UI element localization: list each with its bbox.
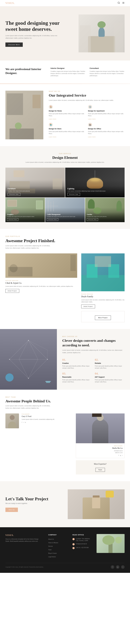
why-feature2-num: 02.	[95, 358, 124, 362]
team-label: MEET TEAM	[6, 396, 124, 398]
svg-line-10	[28, 359, 38, 378]
garden-discover-btn[interactable]: Discover Now	[87, 218, 98, 221]
service-store-link[interactable]: Learn more	[49, 136, 56, 138]
svg-point-19	[28, 378, 29, 379]
footer-twitter-icon[interactable]: t	[121, 565, 124, 569]
lighting-overlay: Lighting Lorem ipsum consectetur adipisc…	[65, 186, 125, 198]
team-right-info: DESIGNER Shella Mo Lu shella@email.id 08…	[76, 443, 124, 458]
cable-discover-btn[interactable]: Discover Now	[47, 218, 58, 221]
team-btn[interactable]: Team	[96, 468, 105, 472]
why-feature2-text: Porto quis pede blandit porttitor effica…	[95, 365, 124, 369]
why-image	[0, 329, 57, 390]
team-right-instagram-icon[interactable]: ig	[120, 454, 121, 456]
services-label: WHAT WE DO	[49, 91, 124, 92]
design-item-graphics[interactable]: Graphics Curabitur felis risque lorem ju…	[6, 198, 45, 222]
footer-link-service[interactable]: Service	[48, 545, 67, 547]
team-member1-info: FOUNDER Gary U Ford Lorem ipsum dolor si…	[22, 414, 54, 423]
hero-section: The good designing your sweet home deser…	[0, 6, 130, 60]
service-apartment-text: Porto quis pede blandit porttitor effica…	[88, 113, 124, 117]
service-home-title: Design for Home	[49, 110, 85, 112]
service-store-icon: 🏪	[49, 123, 53, 127]
design-section-header: OUR SERVICE Design Element Lorem ipsum d…	[6, 153, 124, 164]
team-right-image	[76, 414, 124, 443]
design-item-furniture[interactable]: Furniture Curabitur felis risque lorem j…	[6, 168, 65, 198]
service-home-icon: 🏠	[49, 105, 53, 109]
search-icon[interactable]	[118, 2, 120, 4]
why-description: Lorem ipsum dolor sit amet, consectetur …	[62, 349, 124, 354]
design-label: OUR SERVICE	[6, 153, 124, 154]
about-col-2: Consultant Curabitur magna duis tempor l…	[90, 67, 124, 77]
team-right-facebook-icon[interactable]: f	[118, 454, 119, 456]
team-layout: FOUNDER Gary U Ford Lorem ipsum dolor si…	[6, 414, 124, 474]
furniture-discover-btn[interactable]: Discover Now	[8, 193, 20, 196]
svg-line-8	[10, 340, 28, 359]
team-right-twitter-icon[interactable]: t	[122, 454, 122, 456]
cta-hire-btn[interactable]: Hire Us	[6, 508, 18, 512]
team-member-1: FOUNDER Gary U Ford Lorem ipsum dolor si…	[6, 414, 72, 428]
team-member1-name: Gary U Ford	[22, 415, 54, 418]
portfolio-left: OFFICE DESIGN Cikal & Arjani Co. Lorem i…	[6, 254, 77, 322]
why-feature-1: 01. Creative Porto quis pede blandit por…	[62, 358, 92, 369]
lighting-title: Lighting	[68, 188, 122, 190]
team-member1-linkedin-icon[interactable]: in	[25, 422, 26, 423]
svg-line-15	[28, 340, 48, 350]
hero-title: The good designing your sweet home deser…	[6, 20, 60, 32]
service-apartment-link[interactable]: Learn more	[88, 118, 96, 120]
footer-link-team[interactable]: Team	[48, 548, 67, 551]
design-section: OUR SERVICE Design Element Lorem ipsum d…	[0, 146, 130, 229]
footer-link-legal[interactable]: Legal Notice	[48, 556, 67, 558]
footer-office-col: Head Office Location: Your Address, City…	[72, 534, 91, 559]
footer-phone: Call Us: +62 878 999	[72, 547, 91, 549]
cta-title: Let's Talk Your Project	[6, 496, 62, 502]
svg-line-5	[28, 340, 48, 359]
portfolio-item1-label: OFFICE DESIGN	[6, 280, 77, 281]
design-item-garden[interactable]: Garden Curabitur felis risque lorem just…	[85, 198, 124, 222]
portfolio-item2-btn[interactable]: Detail Project	[81, 304, 95, 308]
footer-bottom: Copyright © 2021 visus. All rights reser…	[6, 563, 124, 569]
svg-line-11	[19, 340, 28, 359]
hero-cta-button[interactable]: Discover More	[6, 42, 23, 47]
why-feature-4: 04. 24/7 Support Porto quis pede blandit…	[95, 372, 124, 383]
design-item-lighting[interactable]: Lighting Lorem ipsum consectetur adipisc…	[65, 168, 125, 198]
portfolio-title: Awesome Project Finished.	[6, 238, 124, 243]
site-logo[interactable]: VISUS.	[6, 2, 15, 4]
footer-instagram-icon[interactable]: ig	[116, 565, 120, 569]
phone-icon	[72, 547, 74, 549]
design-title: Design Element	[6, 156, 124, 160]
why-feature4-num: 04.	[95, 372, 124, 375]
more-projects-btn[interactable]: More Project	[95, 316, 111, 320]
cable-overlay: Cable Management Curabitur felis risque …	[45, 212, 85, 222]
site-footer: VISUS. Visus is a Elementor template kit…	[0, 527, 130, 573]
services-section: WHAT WE DO Our Integrated Service Lorem …	[0, 84, 130, 146]
portfolio-description: Lorem ipsum dolor sit amet, consectetur …	[6, 244, 53, 249]
footer-about-col: VISUS. Visus is a Elementor template kit…	[6, 534, 43, 559]
furniture-overlay: Furniture Curabitur felis risque lorem j…	[6, 186, 65, 198]
team-title: Awesome People Behind Us.	[6, 399, 124, 403]
team-member1-facebook-icon[interactable]: f	[22, 422, 22, 423]
team-member1-twitter-icon[interactable]: t	[23, 422, 24, 423]
service-office-title: Design for Office	[88, 128, 124, 130]
svg-line-9	[28, 340, 38, 359]
footer-phone-text: Call Us: +62 878 999	[76, 547, 89, 548]
about-col1-title: Interior Designer	[50, 67, 86, 69]
footer-about-text: Visus is a Elementor template kit for th…	[6, 538, 43, 542]
team-right-socials: f ig t	[78, 454, 122, 456]
service-home-link[interactable]: Learn more	[49, 118, 56, 120]
service-office-link[interactable]: Learn more	[88, 136, 96, 138]
footer-office-title: Head Office	[72, 534, 91, 536]
footer-link-blog[interactable]: Blog & Career	[48, 552, 67, 554]
graphics-overlay: Graphics Curabitur felis risque lorem ju…	[6, 212, 45, 222]
design-item-cable[interactable]: Cable Management Curabitur felis risque …	[45, 198, 85, 222]
portfolio-item1-btn[interactable]: Detail Project	[6, 289, 19, 293]
hero-description: Lorem ipsum dolor sit amet, consectetur …	[6, 34, 60, 39]
footer-link-vision[interactable]: Vision & Mission	[48, 541, 67, 544]
footer-socials: f ig t	[111, 565, 124, 569]
lighting-discover-btn[interactable]: Discover Now	[68, 193, 80, 196]
service-home-text: Porto quis pede blandit porttitor effica…	[49, 113, 85, 117]
footer-facebook-icon[interactable]: f	[111, 565, 114, 569]
graphics-discover-btn[interactable]: Discover Now	[7, 218, 18, 221]
portfolio-right: ROOM DESIGN Doyle Family Lorem ipsum dol…	[81, 254, 124, 322]
footer-link-about[interactable]: About Us	[48, 538, 67, 540]
cta-section: Let's Talk Your Project We are ready to …	[0, 481, 130, 527]
menu-icon[interactable]	[122, 2, 124, 4]
